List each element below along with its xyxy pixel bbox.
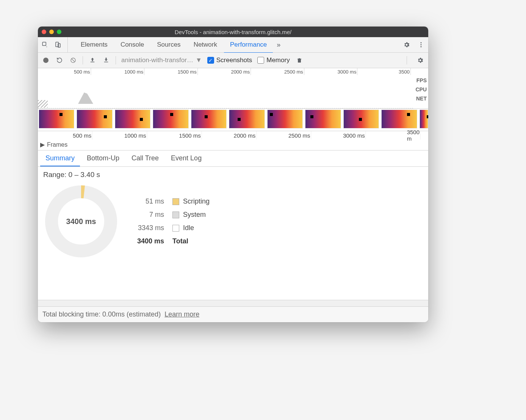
- performance-toolbar: animation-with-transfor… ▼ ✓ Screenshots…: [38, 53, 428, 68]
- activity-donut: 3400 ms: [43, 183, 119, 259]
- tabs-overflow-icon[interactable]: »: [277, 41, 280, 49]
- memory-checkbox[interactable]: Memory: [257, 56, 290, 64]
- screenshots-checkbox[interactable]: ✓ Screenshots: [207, 56, 252, 64]
- legend-row: 51 msScripting: [133, 195, 213, 208]
- svg-rect-8: [104, 62, 108, 63]
- ruler-tick: 500 ms: [73, 131, 92, 139]
- device-toggle-icon[interactable]: [54, 41, 62, 49]
- ruler-tick: 3500 m: [407, 131, 421, 139]
- clear-icon[interactable]: [69, 56, 77, 64]
- minimize-icon[interactable]: [49, 30, 54, 34]
- detail-tabstrip: SummaryBottom-UpCall TreeEvent Log: [38, 150, 428, 167]
- tab-elements[interactable]: Elements: [75, 37, 114, 53]
- ruler-tick: 1000 ms: [124, 131, 147, 139]
- filmstrip-frame[interactable]: [39, 110, 74, 129]
- overview-ruler: 500 ms1000 ms1500 ms2000 ms2500 ms3000 m…: [38, 68, 428, 75]
- cpu-activity-bump: [78, 92, 93, 104]
- devtools-window: DevTools - animation-with-transform.glit…: [38, 27, 428, 322]
- flamechart-ruler: 500 ms1000 ms1500 ms2000 ms2500 ms3000 m…: [38, 131, 428, 139]
- kebab-menu-icon[interactable]: [417, 41, 425, 49]
- detail-tab-call-tree[interactable]: Call Tree: [126, 150, 164, 166]
- svg-rect-0: [42, 42, 46, 45]
- detail-tab-summary[interactable]: Summary: [40, 150, 80, 166]
- ruler-tick: 500 ms: [74, 68, 91, 75]
- svg-rect-9: [297, 59, 301, 59]
- delete-profile-icon[interactable]: [295, 56, 304, 64]
- ruler-tick: 1000 ms: [124, 68, 144, 75]
- before-record-marker: [38, 100, 48, 108]
- legend-total: 3400 msTotal: [133, 235, 213, 248]
- svg-point-4: [421, 44, 422, 45]
- tab-console[interactable]: Console: [114, 37, 150, 53]
- filmstrip-frame[interactable]: [115, 110, 150, 129]
- svg-point-5: [421, 46, 422, 47]
- filmstrip-frame[interactable]: [267, 110, 303, 129]
- learn-more-link[interactable]: Learn more: [164, 310, 199, 318]
- chevron-down-icon: ▼: [196, 56, 202, 64]
- ruler-tick: 2500 ms: [284, 68, 304, 75]
- recording-name: animation-with-transfor…: [121, 56, 193, 64]
- frames-label: Frames: [47, 141, 67, 148]
- frames-track[interactable]: ▶ Frames: [38, 139, 428, 150]
- filmstrip-frame[interactable]: [153, 110, 188, 129]
- net-lane-label: NET: [415, 96, 427, 102]
- filmstrip-frame[interactable]: [420, 110, 428, 129]
- inspect-icon[interactable]: [41, 41, 49, 49]
- fps-lane-label: FPS: [415, 77, 427, 83]
- main-tabstrip: ElementsConsoleSourcesNetworkPerformance…: [38, 37, 428, 53]
- donut-legend: 51 msScripting7 msSystem3343 msIdle3400 …: [133, 194, 214, 248]
- cpu-lane-label: CPU: [415, 86, 427, 92]
- filmstrip-frame[interactable]: [191, 110, 227, 129]
- detail-tab-bottom-up[interactable]: Bottom-Up: [81, 150, 125, 166]
- save-profile-icon[interactable]: [102, 56, 110, 64]
- summary-pane: Range: 0 – 3.40 s 3400 ms 51 msScripting…: [38, 167, 428, 300]
- svg-rect-7: [91, 62, 95, 63]
- ruler-tick: 2500 ms: [288, 131, 312, 139]
- range-label: Range: 0 – 3.40 s: [43, 171, 423, 179]
- ruler-tick: 3500: [399, 68, 411, 75]
- ruler-tick: 2000 ms: [234, 131, 257, 139]
- filmstrip-frame[interactable]: [229, 110, 265, 129]
- ruler-tick: 3000 ms: [343, 131, 366, 139]
- record-button[interactable]: [42, 56, 50, 64]
- tab-performance[interactable]: Performance: [224, 37, 273, 53]
- titlebar: DevTools - animation-with-transform.glit…: [38, 27, 428, 37]
- checkbox-unchecked-icon: [257, 57, 264, 64]
- blocking-time-label: Total blocking time: 0.00ms (estimated): [42, 310, 161, 318]
- net-baseline: [38, 108, 413, 108]
- settings-icon[interactable]: [402, 41, 411, 49]
- reload-record-icon[interactable]: [55, 56, 64, 64]
- filmstrip-frame[interactable]: [305, 110, 341, 129]
- status-footer: Total blocking time: 0.00ms (estimated) …: [38, 306, 428, 322]
- window-title: DevTools - animation-with-transform.glit…: [38, 29, 428, 35]
- ruler-tick: 2000 ms: [231, 68, 251, 75]
- ruler-tick: 1500 ms: [179, 131, 202, 139]
- ruler-tick: 3000 ms: [338, 68, 358, 75]
- load-profile-icon[interactable]: [88, 56, 97, 64]
- checkbox-checked-icon: ✓: [207, 57, 214, 64]
- screenshot-filmstrip[interactable]: [38, 109, 428, 131]
- filmstrip-frame[interactable]: [343, 110, 379, 129]
- ruler-tick: 1500 ms: [178, 68, 198, 75]
- recording-selector[interactable]: animation-with-transfor… ▼: [121, 56, 202, 64]
- filmstrip-frame[interactable]: [77, 110, 112, 129]
- capture-settings-icon[interactable]: [416, 56, 424, 64]
- detail-tab-event-log[interactable]: Event Log: [166, 150, 207, 166]
- legend-row: 3343 msIdle: [133, 222, 213, 234]
- close-icon[interactable]: [42, 30, 46, 34]
- donut-total: 3400 ms: [43, 183, 119, 259]
- tab-network[interactable]: Network: [188, 37, 223, 53]
- tab-sources[interactable]: Sources: [151, 37, 186, 53]
- zoom-icon[interactable]: [57, 30, 61, 34]
- overview-panel[interactable]: 500 ms1000 ms1500 ms2000 ms2500 ms3000 m…: [38, 68, 428, 109]
- expand-icon: ▶: [40, 141, 45, 148]
- svg-point-3: [421, 42, 422, 43]
- filmstrip-frame[interactable]: [381, 110, 417, 129]
- legend-row: 7 msSystem: [133, 208, 213, 221]
